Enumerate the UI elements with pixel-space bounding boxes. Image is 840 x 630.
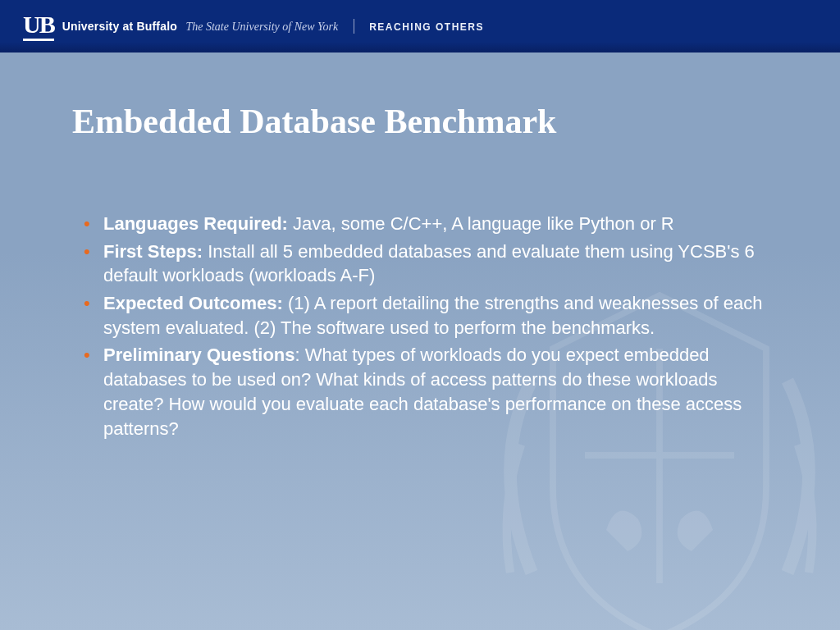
bullet-text: Java, some C/C++, A language like Python… <box>293 213 674 234</box>
slide-content: Embedded Database Benchmark Languages Re… <box>0 52 840 441</box>
bullet-label: Expected Outcomes: <box>103 293 288 313</box>
bullet-list: Languages Required: Java, some C/C++, A … <box>72 212 768 441</box>
university-logo: UB University at Buffalo The State Unive… <box>23 12 484 41</box>
state-university-name: The State University of New York <box>185 21 338 33</box>
list-item: Preliminary Questions: What types of wor… <box>90 343 768 441</box>
university-name-block: University at Buffalo The State Universi… <box>62 19 484 34</box>
bullet-label: Preliminary Questions <box>103 345 295 365</box>
list-item: Languages Required: Java, some C/C++, A … <box>90 212 768 236</box>
list-item: Expected Outcomes: (1) A report detailin… <box>90 291 768 340</box>
slide-header: UB University at Buffalo The State Unive… <box>0 0 840 52</box>
slide: UB University at Buffalo The State Unive… <box>0 0 840 630</box>
bullet-label: First Steps: <box>103 241 208 262</box>
university-name: University at Buffalo <box>62 20 177 33</box>
tagline: REACHING OTHERS <box>369 21 484 33</box>
header-divider <box>354 19 354 34</box>
list-item: First Steps: Install all 5 embedded data… <box>90 240 768 288</box>
slide-title: Embedded Database Benchmark <box>72 102 768 141</box>
ub-logo-mark: UB <box>23 12 54 41</box>
bullet-label: Languages Required: <box>103 213 293 234</box>
